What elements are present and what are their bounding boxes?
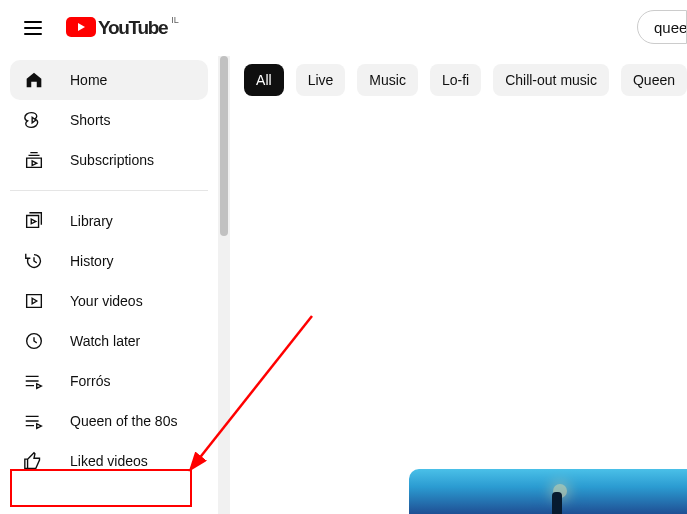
filter-chip-row: AllLiveMusicLo-fiChill-out musicQueen (244, 64, 687, 96)
sidebar-item-label: Watch later (70, 333, 140, 349)
shorts-icon (22, 108, 46, 132)
logo-text: YouTube (98, 17, 167, 39)
sidebar: HomeShortsSubscriptionsLibraryHistoryYou… (0, 56, 218, 514)
guide-toggle-button[interactable] (16, 13, 50, 43)
sidebar-item-label: Your videos (70, 293, 143, 309)
sidebar-item-liked[interactable]: Liked videos (10, 441, 208, 481)
subscriptions-icon (22, 148, 46, 172)
search-value: queen (654, 19, 687, 36)
sidebar-item-playlist-5[interactable]: Queen of the 80s (10, 401, 208, 441)
playlist-icon (22, 369, 46, 393)
history-icon (22, 249, 46, 273)
youtube-play-icon (66, 17, 96, 37)
filter-chip[interactable]: Music (357, 64, 418, 96)
main-content: AllLiveMusicLo-fiChill-out musicQueen (230, 56, 687, 514)
watch-later-icon (22, 329, 46, 353)
library-icon (22, 209, 46, 233)
sidebar-item-your-videos[interactable]: Your videos (10, 281, 208, 321)
sidebar-item-library[interactable]: Library (10, 201, 208, 241)
sidebar-item-home[interactable]: Home (10, 60, 208, 100)
filter-chip[interactable]: Queen (621, 64, 687, 96)
top-header: YouTube IL queen (0, 0, 687, 56)
sidebar-item-label: Liked videos (70, 453, 148, 469)
sidebar-item-label: Shorts (70, 112, 110, 128)
home-icon (22, 68, 46, 92)
sidebar-item-label: Subscriptions (70, 152, 154, 168)
filter-chip[interactable]: Lo-fi (430, 64, 481, 96)
sidebar-item-label: Home (70, 72, 107, 88)
filter-chip[interactable]: Chill-out music (493, 64, 609, 96)
playlist-icon (22, 409, 46, 433)
search-input[interactable]: queen (637, 10, 687, 44)
video-thumbnail[interactable] (409, 469, 687, 514)
your-videos-icon (22, 289, 46, 313)
filter-chip[interactable]: Live (296, 64, 346, 96)
sidebar-item-label: History (70, 253, 114, 269)
sidebar-item-label: Library (70, 213, 113, 229)
sidebar-item-history[interactable]: History (10, 241, 208, 281)
filter-chip[interactable]: All (244, 64, 284, 96)
scrollbar-thumb[interactable] (220, 56, 229, 236)
sidebar-item-watch-later[interactable]: Watch later (10, 321, 208, 361)
sidebar-item-label: Queen of the 80s (70, 413, 177, 429)
liked-icon (22, 449, 46, 473)
sidebar-item-subscriptions[interactable]: Subscriptions (10, 140, 208, 180)
sidebar-scrollbar[interactable] (218, 56, 231, 514)
youtube-logo[interactable]: YouTube IL (66, 17, 179, 39)
sidebar-divider (10, 190, 208, 191)
sidebar-item-playlist-4[interactable]: Forrós (10, 361, 208, 401)
sidebar-item-shorts[interactable]: Shorts (10, 100, 208, 140)
region-code: IL (171, 15, 179, 25)
sidebar-item-label: Forrós (70, 373, 110, 389)
